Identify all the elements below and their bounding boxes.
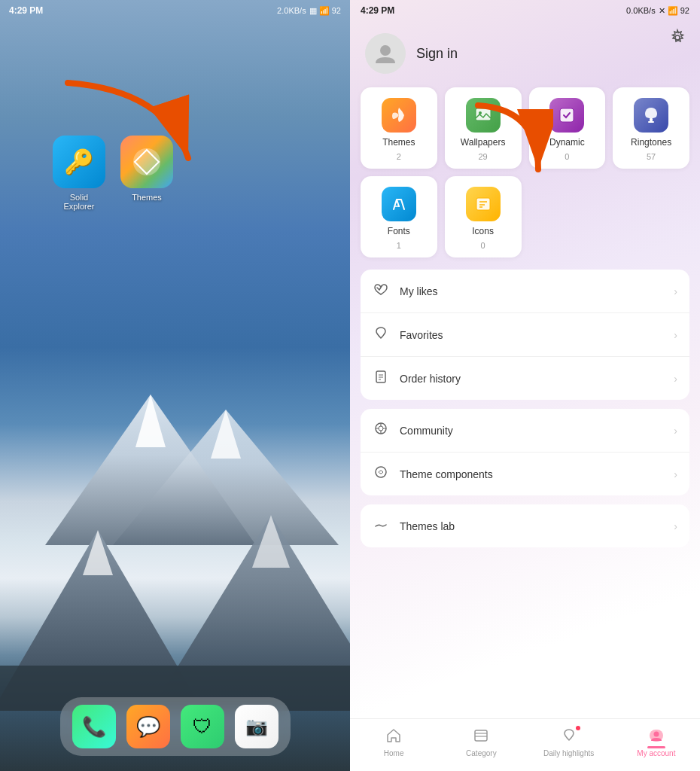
category-grid-row1: Themes 2 Wallpapers 29: [350, 80, 700, 176]
category-themes[interactable]: Themes 2: [361, 87, 437, 169]
svg-point-41: [653, 731, 659, 736]
favorites-chevron: ›: [674, 329, 677, 341]
themes-cat-label: Themes: [382, 137, 415, 148]
fonts-cat-label: Fonts: [388, 226, 410, 236]
icons-cat-count: 0: [481, 241, 485, 250]
svg-rect-17: [560, 108, 574, 122]
themes-lab-item[interactable]: Themes lab ›: [361, 504, 689, 547]
favorites-item[interactable]: Favorites ›: [361, 313, 689, 357]
active-nav-indicator: [647, 746, 665, 748]
order-history-icon: [373, 369, 389, 388]
theme-components-label: Theme components: [400, 468, 663, 480]
nav-my-account-label: My account: [637, 749, 675, 757]
dock: 📞 💬 🛡 📷: [60, 697, 291, 756]
my-likes-item[interactable]: My likes ›: [361, 270, 689, 313]
left-panel: 4:29 PM 2.0KB/s ▦ 📶 92 🔑 SolidExplorer: [0, 0, 350, 771]
theme-components-chevron: ›: [674, 468, 677, 480]
category-fonts[interactable]: Fonts 1: [361, 176, 437, 258]
menu-section-2: Community › Theme components ›: [361, 409, 689, 495]
themes-app-label: Themes: [132, 193, 162, 202]
profile-section[interactable]: Sign in: [350, 21, 700, 80]
network-speed: 2.0KB/s: [277, 6, 306, 15]
community-label: Community: [400, 425, 663, 437]
wallpapers-cat-label: Wallpapers: [461, 137, 506, 148]
nav-home-label: Home: [384, 749, 404, 757]
order-history-chevron: ›: [674, 373, 677, 385]
sign-in-text: Sign in: [416, 46, 458, 62]
ringtones-cat-icon: [634, 98, 668, 133]
icons-cat-icon: [466, 187, 501, 221]
themes-cat-count: 2: [397, 152, 401, 161]
daily-highlights-badge: [576, 726, 580, 730]
category-wallpapers[interactable]: Wallpapers 29: [445, 87, 522, 169]
dynamic-cat-count: 0: [565, 152, 569, 161]
community-chevron: ›: [674, 425, 677, 437]
favorites-label: Favorites: [400, 329, 663, 341]
avatar: [365, 33, 406, 74]
nav-category[interactable]: Category: [437, 727, 525, 757]
bottom-nav: Home Category Daily highlights: [350, 718, 700, 771]
theme-components-icon: [373, 465, 389, 483]
favorites-icon: [373, 325, 389, 344]
svg-rect-20: [648, 121, 654, 123]
svg-point-31: [379, 426, 383, 431]
my-likes-chevron: ›: [674, 285, 677, 297]
dock-camera[interactable]: 📷: [235, 705, 278, 748]
settings-button[interactable]: [665, 26, 689, 50]
nav-category-label: Category: [466, 749, 497, 757]
menu-section-1: My likes › Favorites › Order history: [361, 270, 689, 400]
themes-lab-icon: [373, 517, 389, 535]
left-status-icons: 2.0KB/s ▦ 📶 92: [277, 6, 341, 16]
svg-rect-19: [650, 118, 653, 121]
right-status-icons: 0.0KB/s ✕ 📶 92: [626, 6, 689, 16]
wifi-icon: ▦ 📶 92: [309, 6, 341, 16]
dock-phone[interactable]: 📞: [72, 705, 116, 748]
nav-my-account[interactable]: My account: [613, 727, 700, 757]
wallpapers-cat-icon: [466, 98, 501, 133]
category-ringtones[interactable]: Ringtones 57: [613, 87, 689, 169]
svg-rect-14: [476, 108, 491, 120]
category-grid-row2: Fonts 1 Icons 0: [350, 176, 700, 265]
order-history-label: Order history: [400, 373, 663, 385]
dynamic-cat-icon: [549, 98, 584, 133]
themes-lab-section: Themes lab ›: [361, 504, 689, 547]
ringtones-cat-count: 57: [647, 152, 656, 161]
nav-daily-highlights[interactable]: Daily highlights: [525, 727, 613, 757]
my-likes-icon: [373, 282, 389, 300]
themes-lab-chevron: ›: [674, 520, 677, 532]
nav-daily-highlights-label: Daily highlights: [543, 749, 594, 757]
theme-components-item[interactable]: Theme components ›: [361, 453, 689, 495]
mountain-illustration: [0, 334, 350, 711]
dock-messages[interactable]: 💬: [126, 705, 170, 748]
fonts-cat-count: 1: [397, 241, 401, 250]
right-statusbar: 4:29 PM 0.0KB/s ✕ 📶 92: [350, 0, 700, 21]
wallpapers-cat-count: 29: [479, 152, 488, 161]
category-dynamic[interactable]: Dynamic 0: [529, 87, 606, 169]
ringtones-cat-label: Ringtones: [631, 137, 671, 148]
left-time: 4:29 PM: [9, 5, 43, 16]
fonts-cat-icon: [382, 187, 416, 221]
category-icons[interactable]: Icons 0: [445, 176, 522, 258]
nav-home[interactable]: Home: [350, 727, 437, 757]
svg-rect-21: [476, 198, 490, 210]
right-panel: 4:29 PM 0.0KB/s ✕ 📶 92 Sign in: [350, 0, 700, 771]
solid-explorer-label: SolidExplorer: [64, 193, 95, 211]
dynamic-cat-label: Dynamic: [549, 137, 585, 148]
themes-cat-icon: [382, 98, 416, 133]
right-wifi-icon: ✕ 📶 92: [659, 6, 689, 16]
svg-rect-37: [475, 730, 487, 741]
themes-lab-label: Themes lab: [400, 520, 663, 532]
community-icon: [373, 421, 389, 440]
dock-security[interactable]: 🛡: [181, 705, 224, 748]
svg-point-11: [675, 35, 680, 40]
svg-point-13: [380, 45, 391, 56]
right-network-speed: 0.0KB/s: [626, 6, 656, 15]
icons-cat-label: Icons: [472, 226, 494, 236]
community-item[interactable]: Community ›: [361, 409, 689, 453]
order-history-item[interactable]: Order history ›: [361, 357, 689, 400]
my-likes-label: My likes: [400, 285, 663, 297]
svg-point-36: [376, 467, 386, 477]
left-statusbar: 4:29 PM 2.0KB/s ▦ 📶 92: [0, 0, 350, 21]
right-time: 4:29 PM: [361, 5, 394, 16]
arrow-annotation-left: [45, 75, 211, 173]
